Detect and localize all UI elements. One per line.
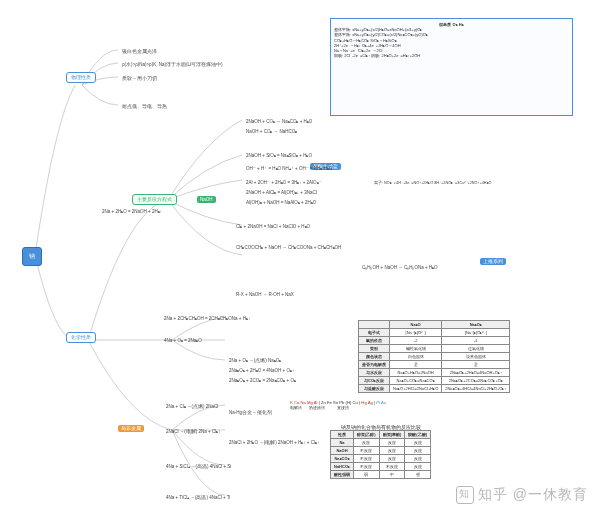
- panel-l5: 阳极: 2Cl⁻-2e⁻=Cl₂↑ 阴极: 2H₂O+2e⁻=H₂↑+2OH⁻: [334, 53, 569, 58]
- eq-hg: Na-Hg合金→催化剂: [225, 408, 276, 417]
- eq-co2: 2NaOH + CO₂ → Na₂CO₃ + H₂O: [242, 117, 316, 126]
- eq-nano3: 离子: NO₃⁻+4H⁺+3e⁻=NO↑+2H₂O 8H⁺+2NO₃⁻=3Cu²…: [370, 178, 495, 187]
- act-s3: Pt Au: [376, 400, 386, 405]
- eq-halide: R-X + NaOH → R-OH + NaX: [232, 290, 298, 299]
- eq-o2-1: 4Na + O₂ = 2Na₂O: [160, 336, 206, 345]
- eq-water: 2Na + 2H₂O = 2NaOH + 2H₂↑: [98, 207, 166, 216]
- compare-table-wrap: 钠及钠的化合物与有机物的反应比较 性质醇类(乙醇)酚类(苯酚)羧酸(乙酸)Na反…: [330, 425, 431, 479]
- zhihu-icon: [456, 486, 474, 504]
- phys-item-0: 银白色金属光泽: [118, 47, 161, 56]
- act-m3: 直接法: [337, 405, 349, 410]
- act-m1: 热还原法: [309, 405, 325, 410]
- eq-nacl-aq: 2NaCl + 2H₂O →(电解) 2NaOH + H₂↑ + Cl₂↑: [225, 438, 323, 447]
- activity-series: K Ca Na Mg Al | Zn Fe Sn Pb (H) Cu | Hg …: [290, 400, 386, 410]
- eq-ion1: OH⁻ + H⁺ = H₂O NH₄⁺ + OH⁻ = NH₃·H₂O: [242, 164, 336, 173]
- eq-phenol: C₆H₅OH + NaOH → C₆H₅ONa + H₂O: [358, 263, 442, 272]
- root-node[interactable]: 钠: [22, 247, 42, 266]
- tag-naoh[interactable]: NaOH: [197, 196, 216, 203]
- eq-cl2: Cl₂ + 2NaOH = NaCl + NaClO + H₂O: [232, 222, 314, 231]
- tag-cl2[interactable]: 与非金属: [118, 425, 144, 432]
- oxide-table-wrap: Na₂ONa₂O₂电子式[Na⁺]₂[O²⁻][Na⁺]₂[O₂²⁻]氧的价态-…: [358, 320, 510, 393]
- tag-series[interactable]: 上推系列: [480, 258, 506, 265]
- branch-chemistry[interactable]: 化学性质: [66, 332, 96, 343]
- eq-alcl3: 2NaOH + AlCl₃ = Al(OH)₃↓ + 3NaCl: [242, 188, 321, 197]
- act-s2: Hg Ag: [361, 400, 372, 405]
- oxide-table: Na₂ONa₂O₂电子式[Na⁺]₂[O²⁻][Na⁺]₂[O₂²⁻]氧的价态-…: [358, 320, 510, 393]
- branch-physical[interactable]: 物理性质: [66, 72, 96, 83]
- act-m0: 电解法: [290, 405, 302, 410]
- eq-alcohol: 2Na + 2CH₃CH₂OH = 2CH₃CH₂ONa + H₂↑: [160, 314, 254, 323]
- center-equations[interactable]: 主要反应方程式: [132, 194, 177, 205]
- eq-n2o2-h2o: 2Na₂O₂ + 2H₂O = 4NaOH + O₂↑: [225, 366, 298, 375]
- compare-table: 性质醇类(乙醇)酚类(苯酚)羧酸(乙酸)Na反应反应反应NaOH不反应反应反应N…: [330, 430, 431, 479]
- eq-naalo2: Al(OH)₃ + NaOH = NaAlO₂ + 2H₂O: [242, 198, 320, 207]
- watermark-text: 知乎 @一休教育: [478, 486, 588, 502]
- phys-item-3: 熔点低、导电、导热: [118, 102, 171, 111]
- eq-co2-2: NaOH + CO₂ → NaHCO₃: [242, 127, 301, 136]
- eq-nacl-elec: 2NaCl →(电解) 2Na + Cl₂↑: [162, 427, 224, 436]
- panel-overview: 假单质 O₂ H₂ 整体平衡: xNa+yO₂+(x/2)H₂O=xNaOH+(…: [330, 18, 573, 116]
- watermark: 知乎 @一休教育: [456, 486, 588, 504]
- compare-title: 钠及钠的化合物与有机物的反应比较: [330, 425, 431, 430]
- phys-item-1: ρ(水)>ρ(Na)>ρ(K, Na)浮于水面(Li可浮在煤油中): [118, 60, 226, 69]
- eq-nacl1: 2Na + Cl₂ →(点燃) 2NaCl: [162, 402, 222, 411]
- eq-sio2: 2NaOH + SiO₂ = Na₂SiO₃ + H₂O: [242, 151, 316, 160]
- eq-o2-2: 2Na + O₂ →(点燃) Na₂O₂: [225, 356, 285, 365]
- eq-ester: CH₃COOCH₃ + NaOH → CH₃COONa + CH₃CH₂OH: [232, 243, 345, 252]
- phys-item-2: 质软→用小刀切: [118, 74, 161, 83]
- eq-sicl4: 4Na + SiCl₄ →(高温) 4NaCl + Si: [162, 462, 235, 471]
- eq-n2o2-co2: 2Na₂O₂ + 2CO₂ = 2Na₂CO₃ + O₂: [225, 376, 300, 385]
- eq-ticl4: 4Na + TiCl₄ →(高温) 4NaCl + Ti: [162, 493, 234, 502]
- eq-al: 2Al + 2OH⁻ + 2H₂O = 3H₂↑ + 2AlO₂⁻: [242, 178, 326, 187]
